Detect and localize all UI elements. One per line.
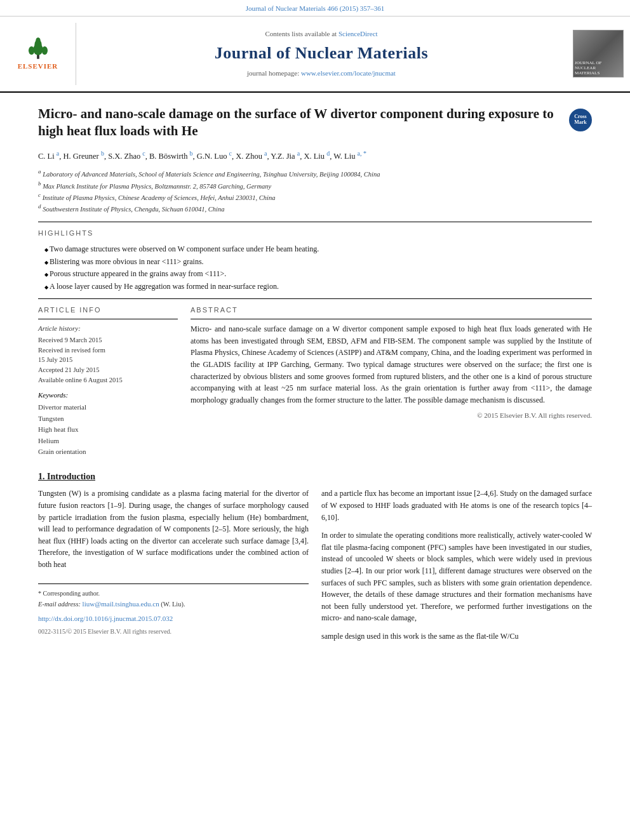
article-info-label: ARTICLE INFO — [38, 305, 178, 315]
contents-line: Contents lists available at ScienceDirec… — [265, 29, 377, 39]
keywords-section: Keywords: Divertor material Tungsten Hig… — [38, 390, 178, 458]
history-accepted: Accepted 21 July 2015 — [38, 365, 178, 375]
keywords-title: Keywords: — [38, 390, 178, 400]
highlights-label: HIGHLIGHTS — [38, 229, 592, 238]
highlights-list: Two damage structures were observed on W… — [38, 244, 592, 292]
highlight-item: A loose layer caused by He aggregation w… — [44, 281, 592, 292]
thumbnail-area: JOURNAL OFNUCLEARMATERIALS — [566, 23, 630, 84]
article-history: Article history: Received 9 March 2015 R… — [38, 323, 178, 385]
keywords-list: Divertor material Tungsten High heat flu… — [38, 402, 178, 458]
corresponding-author-note: * Corresponding author. — [38, 589, 309, 598]
intro-left-col: Tungsten (W) is a promising candidate as… — [38, 488, 309, 648]
abstract-col: ABSTRACT Micro- and nano-scale surface d… — [191, 305, 592, 458]
svg-point-3 — [36, 37, 41, 44]
elsevier-logo: ELSEVIER — [10, 36, 67, 71]
keyword-item: Tungsten — [38, 413, 178, 425]
publisher-logo-area: ELSEVIER — [0, 23, 76, 84]
sciencedirect-link[interactable]: ScienceDirect — [338, 30, 378, 37]
intro-right-para-3: sample design used in this work is the s… — [321, 630, 592, 643]
title-area: CrossMark Micro- and nano-scale damage o… — [38, 105, 592, 140]
highlight-item: Porous structure appeared in the grains … — [44, 269, 592, 279]
journal-header: ELSEVIER Contents lists available at Sci… — [0, 17, 630, 92]
email-line: E-mail address: liuw@mail.tsinghua.edu.c… — [38, 599, 309, 610]
affiliations: a Laboratory of Advanced Materials, Scho… — [38, 168, 592, 214]
highlight-item: Two damage structures were observed on W… — [44, 244, 592, 255]
journal-title: Journal of Nuclear Materials — [215, 42, 428, 65]
elsevier-tree-icon — [22, 36, 54, 60]
crossmark-badge[interactable]: CrossMark — [569, 109, 592, 131]
authors-line: C. Li a, H. Greuner b, S.X. Zhao c, B. B… — [38, 149, 592, 163]
article-info-col: ARTICLE INFO Article history: Received 9… — [38, 305, 178, 458]
intro-right-para-1: and a particle flux has become an import… — [321, 488, 592, 523]
article-footer: * Corresponding author. E-mail address: … — [38, 583, 309, 636]
keyword-item: Helium — [38, 436, 178, 447]
svg-point-4 — [28, 46, 34, 55]
abstract-label: ABSTRACT — [191, 305, 592, 315]
intro-right-para-2: In order to simulate the operating condi… — [321, 530, 592, 624]
citation-text: Journal of Nuclear Materials 466 (2015) … — [246, 4, 385, 12]
divider-1 — [38, 222, 592, 222]
history-revised-date: 15 July 2015 — [38, 355, 178, 365]
main-content: CrossMark Micro- and nano-scale damage o… — [0, 93, 630, 662]
author-email[interactable]: liuw@mail.tsinghua.edu.cn — [83, 600, 159, 608]
info-divider — [38, 319, 178, 319]
introduction-section: 1. Introduction Tungsten (W) is a promis… — [38, 470, 592, 649]
doi-link[interactable]: http://dx.doi.org/10.1016/j.jnucmat.2015… — [38, 615, 173, 622]
history-title: Article history: — [38, 323, 178, 334]
abstract-divider — [191, 319, 592, 319]
copyright-line: © 2015 Elsevier B.V. All rights reserved… — [191, 411, 592, 420]
intro-two-col: Tungsten (W) is a promising candidate as… — [38, 488, 592, 648]
history-available: Available online 6 August 2015 — [38, 375, 178, 385]
history-received: Received 9 March 2015 — [38, 335, 178, 345]
intro-title: 1. Introduction — [38, 470, 592, 483]
journal-thumbnail: JOURNAL OFNUCLEARMATERIALS — [573, 30, 624, 77]
intro-left-para: Tungsten (W) is a promising candidate as… — [38, 488, 309, 570]
journal-homepage-link[interactable]: www.elsevier.com/locate/jnucmat — [301, 69, 396, 77]
keyword-item: Divertor material — [38, 402, 178, 413]
journal-title-area: Contents lists available at ScienceDirec… — [76, 23, 566, 84]
abstract-text: Micro- and nano-scale surface damage on … — [191, 323, 592, 406]
issn-line: 0022-3115/© 2015 Elsevier B.V. All right… — [38, 627, 309, 636]
journal-citation: Journal of Nuclear Materials 466 (2015) … — [0, 0, 630, 17]
info-abstract-section: ARTICLE INFO Article history: Received 9… — [38, 305, 592, 458]
svg-point-5 — [41, 46, 47, 55]
article-title: Micro- and nano-scale damage on the surf… — [38, 105, 592, 140]
divider-2 — [38, 298, 592, 299]
keyword-item: High heat flux — [38, 424, 178, 436]
intro-right-col: and a particle flux has become an import… — [321, 488, 592, 648]
history-revised-label: Received in revised form — [38, 345, 178, 356]
homepage-line: journal homepage: www.elsevier.com/locat… — [247, 69, 396, 78]
keyword-item: Grain orientation — [38, 446, 178, 458]
elsevier-wordmark: ELSEVIER — [18, 62, 58, 71]
highlight-item: Blistering was more obvious in near <111… — [44, 257, 592, 267]
page: Journal of Nuclear Materials 466 (2015) … — [0, 0, 630, 840]
